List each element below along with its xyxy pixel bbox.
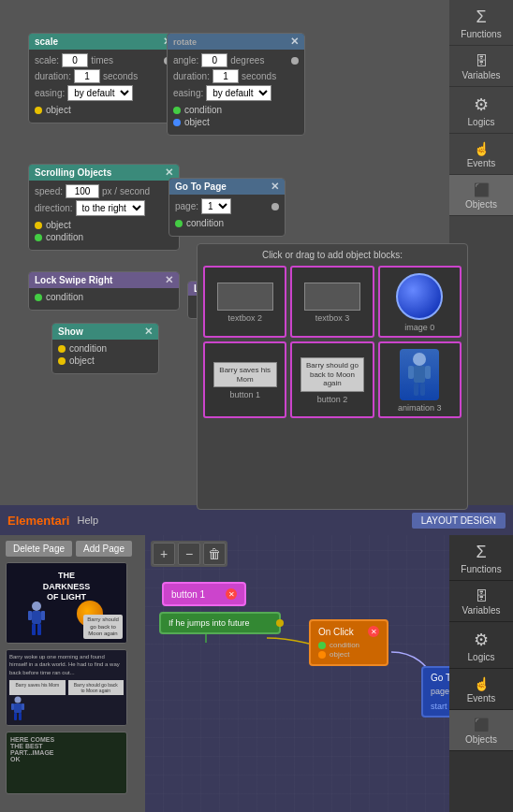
object-cell-button1[interactable]: Barry saves his Mom button 1 bbox=[203, 341, 286, 418]
logics-top-label: Logics bbox=[468, 117, 495, 127]
functions-top-label: Functions bbox=[461, 29, 501, 39]
object-cell-button2[interactable]: Barry should go back to Moon again butto… bbox=[290, 341, 374, 418]
sidebar-bottom-logics[interactable]: ⚙ Logics bbox=[449, 622, 513, 669]
onclick-condition-label: condition bbox=[330, 641, 359, 649]
onclick-header: On Click ✕ bbox=[318, 626, 379, 637]
zoom-out-btn[interactable]: − bbox=[178, 543, 200, 565]
tween-angle-input[interactable] bbox=[201, 53, 227, 67]
sidebar-top-logics[interactable]: ⚙ Logics bbox=[449, 87, 513, 134]
show-close-btn[interactable]: ✕ bbox=[144, 326, 153, 338]
gotopage-page-label: page: bbox=[175, 201, 198, 211]
bottom-help-btn[interactable]: Help bbox=[77, 515, 98, 526]
scrolling-object-dot bbox=[35, 222, 42, 229]
scale-value-input[interactable] bbox=[62, 53, 88, 67]
show-row-object: object bbox=[58, 355, 153, 366]
thumb2-buttons: Barry saves his Mom Barry should go back… bbox=[9, 680, 124, 695]
scrolling-direction-select[interactable]: to the right bbox=[76, 200, 145, 216]
zoom-reset-btn[interactable]: 🗑 bbox=[203, 543, 226, 565]
sidebar-bottom-events[interactable]: ☝ Events bbox=[449, 669, 513, 710]
thumb2-character bbox=[9, 696, 26, 722]
scrolling-object-label: object bbox=[46, 220, 71, 230]
gotopage-row-condition: condition bbox=[175, 218, 279, 228]
object-cell-image0[interactable]: image 0 bbox=[378, 266, 462, 338]
button2-preview: Barry should go back to Moon again bbox=[300, 357, 364, 392]
flow-node-onclick[interactable]: On Click ✕ condition object bbox=[309, 619, 388, 666]
flow-node-condition[interactable]: If he jumps into future bbox=[159, 612, 281, 634]
textbox3-label: textbox 3 bbox=[315, 313, 350, 323]
onclick-close-btn[interactable]: ✕ bbox=[368, 626, 379, 637]
svg-rect-3 bbox=[425, 366, 431, 379]
scale-duration-unit: seconds bbox=[103, 71, 138, 81]
tween-angle-label: angle: bbox=[173, 55, 198, 65]
flow-node-gotopage[interactable]: Go To Page page: 4 start bbox=[421, 666, 449, 718]
animation3-label: animation 3 bbox=[398, 403, 442, 413]
gotopage-row-page: page: 1 bbox=[175, 198, 279, 214]
onclick-object-label: object bbox=[330, 650, 349, 659]
object-cell-textbox3[interactable]: textbox 3 bbox=[290, 266, 374, 338]
bottom-brand: Elementari Help bbox=[7, 514, 98, 528]
scrolling-row-object: object bbox=[35, 220, 173, 230]
show-row-condition: condition bbox=[58, 343, 153, 354]
page-thumb-1-content: THEDARKNESSOF LIGHT Barry should go back… bbox=[7, 563, 126, 643]
sidebar-top-objects[interactable]: ⬛ Objects bbox=[449, 175, 513, 216]
gotopage-card-title: Go To Page ✕ bbox=[169, 179, 285, 195]
lockswipe-condition-dot bbox=[35, 294, 42, 301]
object-cell-textbox2[interactable]: textbox 2 bbox=[203, 266, 286, 338]
svg-rect-9 bbox=[41, 611, 45, 620]
lockswipe-condition-label: condition bbox=[46, 292, 83, 302]
page-thumbnail-2[interactable]: Barry woke up one morning and found hims… bbox=[6, 649, 127, 726]
flow-start-label: start bbox=[431, 702, 447, 711]
flow-node-button1[interactable]: button 1 ✕ bbox=[162, 582, 246, 606]
sidebar-top-variables[interactable]: 🗄 Variables bbox=[449, 46, 513, 87]
button1-label: button 1 bbox=[229, 390, 260, 399]
functions-top-icon: Σ bbox=[476, 7, 486, 27]
tween-condition-dot bbox=[173, 107, 181, 114]
sidebar-bottom-objects[interactable]: ⬛ Objects bbox=[449, 710, 513, 751]
object-blocks-overlay: Click or drag to add object blocks: text… bbox=[197, 243, 468, 510]
tween-duration-input[interactable] bbox=[213, 69, 239, 83]
scrolling-row-condition: condition bbox=[35, 232, 173, 242]
flow-node-button1-close[interactable]: ✕ bbox=[226, 588, 237, 600]
sidebar-bottom-functions[interactable]: Σ Functions bbox=[449, 535, 513, 581]
flow-condition-text: If he jumps into future bbox=[169, 618, 250, 628]
flow-condition-output-dot bbox=[276, 619, 284, 627]
gotopage-close-btn[interactable]: ✕ bbox=[271, 181, 279, 193]
scrolling-speed-label: speed: bbox=[35, 186, 63, 196]
scale-duration-input[interactable] bbox=[74, 69, 100, 83]
lockswipe-title-text: Lock Swipe Right bbox=[35, 275, 112, 285]
thumb1-button: Barry should go back to Moon again bbox=[83, 615, 123, 639]
textbox2-label: textbox 2 bbox=[227, 313, 262, 323]
onclick-condition-row: condition bbox=[318, 641, 379, 649]
scale-easing-select[interactable]: by default bbox=[67, 85, 133, 101]
objects-top-icon: ⬛ bbox=[474, 182, 490, 197]
tween-close-btn[interactable]: ✕ bbox=[290, 36, 299, 48]
scrolling-speed-unit: px / second bbox=[102, 186, 150, 196]
onclick-object-row: object bbox=[318, 650, 379, 659]
lockswipe-close-btn[interactable]: ✕ bbox=[165, 274, 173, 286]
add-page-btn[interactable]: Add Page bbox=[76, 541, 132, 557]
sidebar-top-events[interactable]: ☝ Events bbox=[449, 134, 513, 175]
animation3-preview bbox=[400, 349, 439, 400]
show-object-label: object bbox=[69, 355, 95, 366]
bottom-right-sidebar: Σ Functions 🗄 Variables ⚙ Logics ☝ Event… bbox=[449, 535, 513, 812]
onclick-object-dot bbox=[318, 651, 326, 659]
animation3-svg bbox=[403, 352, 436, 399]
gotopage-page-select[interactable]: 1 bbox=[201, 198, 231, 214]
object-cell-animation3[interactable]: animation 3 bbox=[378, 341, 462, 418]
page-thumbnail-3[interactable]: HERE COMESTHE BESTPART...IMAGEOK bbox=[6, 732, 127, 794]
zoom-in-btn[interactable]: + bbox=[153, 543, 175, 565]
sidebar-top-functions[interactable]: Σ Functions bbox=[449, 0, 513, 46]
scale-title-text: scale bbox=[35, 36, 58, 47]
layout-design-btn[interactable]: LAYOUT DESIGN bbox=[412, 513, 506, 529]
scrolling-speed-input[interactable] bbox=[66, 184, 99, 198]
scale-row-easing: easing: by default bbox=[35, 85, 171, 101]
image0-preview bbox=[396, 273, 443, 320]
page-thumbnail-1[interactable]: THEDARKNESSOF LIGHT Barry should go back… bbox=[6, 562, 127, 644]
sidebar-bottom-variables[interactable]: 🗄 Variables bbox=[449, 581, 513, 622]
events-bottom-label: Events bbox=[467, 693, 496, 703]
delete-page-btn[interactable]: Delete Page bbox=[6, 541, 72, 557]
svg-rect-15 bbox=[22, 703, 24, 710]
variables-bottom-label: Variables bbox=[462, 605, 501, 616]
tween-easing-select[interactable]: by default bbox=[206, 85, 271, 101]
gotopage-page-text: page: bbox=[431, 687, 449, 696]
